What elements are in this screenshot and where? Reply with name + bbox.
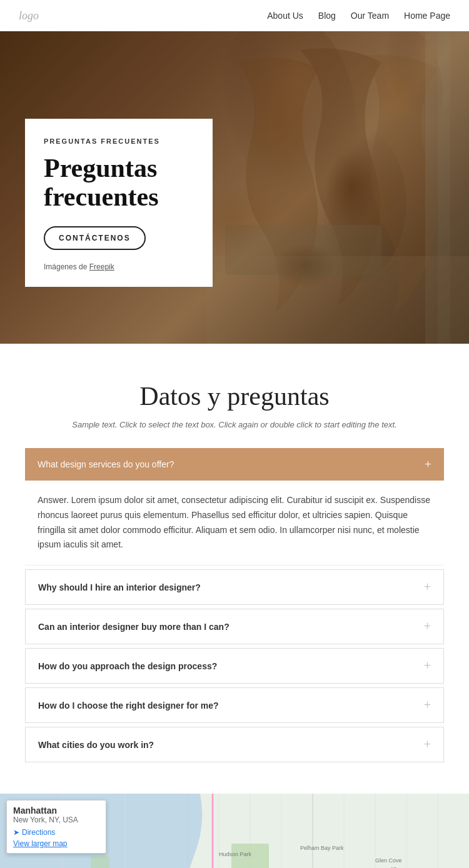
map-directions[interactable]: ➤ Directions — [13, 828, 99, 837]
faq-section: Datos y preguntas Sample text. Click to … — [0, 344, 469, 775]
hero-eyebrow: PREGUNTAS FRECUENTES — [44, 137, 194, 145]
svg-text:Glen Cove: Glen Cove — [375, 857, 402, 864]
faq-active-question: What design services do you offer? — [38, 459, 174, 469]
map-popup: Manhattan New York, NY, USA ➤ Directions… — [6, 800, 106, 854]
faq-answer: Answer. Lorem ipsum dolor sit amet, cons… — [25, 481, 444, 566]
hero-title: Preguntas frecuentes — [44, 154, 194, 211]
faq-item-2[interactable]: Can an interior designer buy more than I… — [25, 609, 444, 644]
faq-icon-4: + — [424, 698, 431, 712]
faq-subtitle: Sample text. Click to select the text bo… — [25, 420, 444, 429]
faq-icon-1: + — [424, 580, 431, 594]
faq-question-2: Can an interior designer buy more than I… — [38, 622, 229, 632]
nav-team[interactable]: Our Team — [351, 11, 389, 21]
faq-item-5[interactable]: What cities do you work in? + — [25, 727, 444, 762]
faq-list: What design services do you offer? + Ans… — [25, 448, 444, 762]
faq-active-icon: + — [425, 458, 431, 471]
faq-item-4[interactable]: How do I choose the right designer for m… — [25, 687, 444, 723]
nav-blog[interactable]: Blog — [318, 11, 336, 21]
map-popup-subtitle: New York, NY, USA — [13, 816, 99, 824]
directions-label: Directions — [22, 828, 55, 837]
hero-cta-button[interactable]: CONTÁCTENOS — [44, 226, 146, 250]
nav-about[interactable]: About Us — [267, 11, 303, 21]
map-popup-title: Manhattan — [13, 806, 99, 816]
faq-question-4: How do I choose the right designer for m… — [38, 701, 219, 711]
faq-question-1: Why should I hire an interior designer? — [38, 582, 201, 592]
map-larger-link[interactable]: View larger map — [13, 839, 99, 848]
map-canvas[interactable]: NEW YORK New York MANHATTAN ASTORIA JACK… — [0, 794, 469, 868]
faq-item-3[interactable]: How do you approach the design process? … — [25, 648, 444, 684]
nav-home[interactable]: Home Page — [404, 11, 450, 21]
logo: logo — [19, 9, 39, 22]
svg-rect-29 — [91, 856, 109, 868]
svg-text:Hudson Park: Hudson Park — [219, 851, 252, 857]
svg-text:Pelham Bay Park: Pelham Bay Park — [300, 845, 344, 851]
hero-section: PREGUNTAS FRECUENTES Preguntas frecuente… — [0, 31, 469, 344]
faq-icon-2: + — [424, 619, 431, 634]
map-section: NEW YORK New York MANHATTAN ASTORIA JACK… — [0, 794, 469, 868]
nav-links: About Us Blog Our Team Home Page — [267, 10, 450, 21]
faq-icon-5: + — [424, 737, 431, 752]
faq-question-3: How do you approach the design process? — [38, 661, 217, 671]
faq-item-1[interactable]: Why should I hire an interior designer? … — [25, 569, 444, 605]
faq-active-item[interactable]: What design services do you offer? + — [25, 448, 444, 481]
faq-icon-3: + — [424, 659, 431, 673]
navbar: logo About Us Blog Our Team Home Page — [0, 0, 469, 31]
faq-question-5: What cities do you work in? — [38, 740, 154, 750]
hero-attribution: Imágenes de Freepik — [44, 262, 194, 271]
faq-answer-text: Answer. Lorem ipsum dolor sit amet, cons… — [38, 493, 431, 552]
directions-icon: ➤ — [13, 828, 19, 837]
hero-card: PREGUNTAS FRECUENTES Preguntas frecuente… — [25, 119, 213, 287]
freepik-link[interactable]: Freepik — [89, 262, 114, 271]
faq-title: Datos y preguntas — [25, 381, 444, 411]
